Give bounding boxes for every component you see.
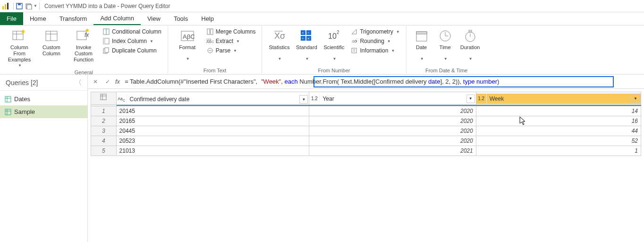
data-grid[interactable]: ABC Confirmed delivery date ▼ 1.2 Year ▼…	[91, 92, 641, 156]
cell[interactable]: 20445	[116, 126, 309, 136]
duration-button[interactable]: Duration▼	[458, 27, 482, 62]
table-star-icon	[12, 28, 27, 43]
tab-tools[interactable]: Tools	[167, 12, 195, 25]
information-button[interactable]: Information▼	[349, 46, 401, 55]
svg-rect-6	[27, 5, 32, 9]
cell[interactable]: 2021	[309, 146, 476, 156]
format-label: Format	[179, 44, 195, 51]
svg-rect-7	[13, 31, 23, 40]
tab-home[interactable]: Home	[23, 12, 53, 25]
collapse-icon[interactable]: 〈	[75, 78, 82, 87]
svg-rect-25	[207, 29, 210, 35]
conditional-column-button[interactable]: Conditional Column	[101, 27, 163, 36]
svg-rect-56	[5, 96, 11, 102]
trigonometry-button[interactable]: Trigonometry▼	[349, 27, 401, 36]
cell[interactable]: 20145	[116, 106, 309, 116]
scientific-button[interactable]: 102 Scientific▼	[322, 27, 346, 62]
svg-text:×: ×	[307, 36, 310, 41]
triangle-icon	[350, 28, 358, 35]
grid-corner[interactable]	[91, 92, 117, 105]
svg-rect-4	[18, 3, 21, 5]
table-row[interactable]: 4 20523 2020 52	[91, 136, 641, 146]
table-icon	[5, 96, 11, 103]
standard-button[interactable]: +−÷× Standard▼	[294, 27, 319, 62]
column-filter-icon[interactable]: ▼	[299, 95, 308, 104]
cancel-formula-button[interactable]: ✕	[91, 77, 100, 86]
extract-button[interactable]: ABC123 Extract▼	[205, 37, 257, 45]
svg-rect-45	[352, 48, 356, 53]
type-number-icon[interactable]: 1.2	[476, 94, 487, 104]
svg-text:10: 10	[328, 32, 337, 40]
table-row[interactable]: 5 21013 2021 1	[91, 146, 641, 156]
merge-columns-button[interactable]: Merge Columns	[205, 27, 257, 36]
rounding-button[interactable]: .00 Rounding▼	[349, 37, 401, 45]
cell[interactable]: 20523	[116, 136, 309, 146]
app-icon	[2, 2, 9, 10]
tab-file[interactable]: File	[0, 12, 23, 25]
ribbon-group-general: Column From Examples▼ Custom Column fx I…	[0, 26, 168, 74]
index-column-button[interactable]: Index Column▼	[101, 37, 163, 45]
svg-rect-54	[469, 30, 472, 32]
svg-rect-26	[211, 29, 213, 35]
column-filter-icon[interactable]: ▼	[466, 95, 475, 103]
column-filter-icon[interactable]: ▼	[631, 95, 640, 103]
custom-column-button[interactable]: Custom Column	[37, 27, 66, 58]
qat-icon[interactable]	[25, 2, 33, 10]
cell[interactable]: 16	[476, 116, 641, 126]
column-header-year[interactable]: 1.2 Year ▼	[309, 92, 476, 105]
duplicate-column-button[interactable]: Duplicate Column	[101, 46, 163, 55]
column-from-examples-label: Column From Examples	[6, 44, 33, 63]
format-icon: AβC	[180, 28, 195, 43]
tab-view[interactable]: View	[141, 12, 167, 25]
cell[interactable]: 14	[476, 106, 641, 116]
format-button[interactable]: AβC Format▼	[173, 27, 202, 62]
column-header-confirmed-date[interactable]: ABC Confirmed delivery date ▼	[116, 92, 309, 105]
cell[interactable]: 2020	[309, 136, 476, 146]
table-row[interactable]: 3 20445 2020 44	[91, 126, 641, 136]
tab-transform[interactable]: Transform	[53, 12, 94, 25]
calendar-icon	[414, 28, 429, 43]
cell[interactable]: 52	[476, 136, 641, 146]
row-number: 1	[91, 106, 117, 116]
table-row[interactable]: 2 20165 2020 16	[91, 116, 641, 126]
invoke-custom-function-button[interactable]: fx Invoke Custom Function	[69, 27, 98, 64]
parse-button[interactable]: Parse▼	[205, 46, 257, 55]
cell[interactable]: 1	[476, 146, 641, 156]
queries-header: Queries [2] 〈	[0, 75, 87, 91]
merge-icon	[206, 28, 214, 35]
statistics-button[interactable]: Xσ Statistics▼	[267, 27, 291, 62]
svg-rect-49	[416, 32, 427, 34]
svg-rect-0	[2, 6, 4, 9]
ribbon-tabs: File Home Transform Add Column View Tool…	[0, 12, 644, 26]
date-button[interactable]: Date▼	[411, 27, 432, 62]
table-row[interactable]: 1 20145 2020 14	[91, 106, 641, 116]
type-number-icon[interactable]: 1.2	[309, 94, 320, 104]
title-bar: ▼ Convert YYMMD into a Date - Power Quer…	[0, 0, 644, 12]
query-item-dates[interactable]: Dates	[0, 93, 87, 105]
formula-bar: ✕ ✓ fx = Table.AddColumn(#"Inserted Firs…	[88, 75, 644, 89]
qat-dropdown-icon[interactable]: ▼	[34, 4, 37, 8]
save-icon[interactable]	[16, 2, 23, 10]
type-text-icon[interactable]: ABC	[117, 94, 127, 104]
cell[interactable]: 44	[476, 126, 641, 136]
rounding-icon: .00	[350, 37, 358, 45]
column-header-week[interactable]: 1.2 Week ▼	[476, 92, 641, 105]
cell[interactable]: 21013	[116, 146, 309, 156]
invoke-custom-function-label: Invoke Custom Function	[70, 44, 97, 63]
query-item-sample[interactable]: Sample	[0, 105, 87, 118]
cell[interactable]: 2020	[309, 116, 476, 126]
scientific-icon: 102	[326, 28, 341, 43]
time-button[interactable]: Time▼	[435, 27, 456, 62]
tab-help[interactable]: Help	[195, 12, 220, 25]
svg-text:Xσ: Xσ	[274, 31, 285, 41]
accept-formula-button[interactable]: ✓	[103, 77, 112, 86]
cell[interactable]: 2020	[309, 106, 476, 116]
tab-add-column[interactable]: Add Column	[93, 12, 141, 25]
cell[interactable]: 20165	[116, 116, 309, 126]
stopwatch-icon	[463, 28, 478, 43]
cell[interactable]: 2020	[309, 126, 476, 136]
table-icon	[5, 109, 11, 115]
column-from-examples-button[interactable]: Column From Examples▼	[5, 27, 34, 69]
query-label: Sample	[14, 108, 35, 115]
formula-input[interactable]: = Table.AddColumn(#"Inserted First Chara…	[125, 78, 641, 85]
